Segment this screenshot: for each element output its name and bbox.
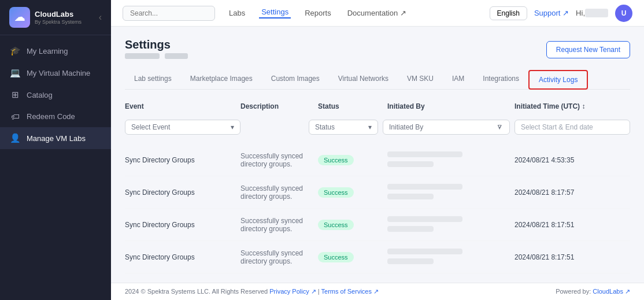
cell-status: Success bbox=[318, 187, 387, 198]
language-button[interactable]: English bbox=[490, 6, 527, 20]
blurred-user-sub bbox=[387, 226, 434, 232]
blurred-user-sub bbox=[387, 258, 434, 264]
topnav: Labs Settings Reports Documentation ↗ En… bbox=[111, 0, 644, 27]
terms-of-service-link[interactable]: Terms of Services ↗ bbox=[321, 288, 379, 295]
col-initiated-time: Initiated Time (UTC) ↕ bbox=[515, 102, 630, 110]
main-area: Labs Settings Reports Documentation ↗ En… bbox=[111, 0, 644, 300]
sidebar-logo: ☁ CloudLabs By Spektra Systems ‹ bbox=[0, 0, 111, 35]
sidebar-item-my-virtual-machine[interactable]: 💻 My Virtual Machine bbox=[0, 62, 111, 84]
table-header: Event Description Status Initiated By In… bbox=[125, 99, 630, 114]
blurred-user-info bbox=[387, 151, 462, 157]
topnav-link-reports[interactable]: Reports bbox=[302, 9, 334, 17]
sidebar-item-label: My Virtual Machine bbox=[27, 69, 90, 77]
sidebar-item-catalog[interactable]: ⊞ Catalog bbox=[0, 84, 111, 106]
footer: 2024 © Spektra Systems LLC. All Rights R… bbox=[111, 283, 644, 300]
content-area: Settings Request New Tenant Lab settings… bbox=[111, 27, 644, 283]
initiated-by-filter[interactable]: Initiated By ⛛ bbox=[383, 120, 510, 135]
topnav-user-greeting: Hi, bbox=[576, 9, 608, 17]
tab-activity-logs[interactable]: Activity Logs bbox=[528, 70, 588, 90]
event-filter-label: Select Event bbox=[131, 123, 170, 131]
status-badge: Success bbox=[318, 187, 354, 198]
cloudlabs-brand-link[interactable]: CloudLabs ↗ bbox=[593, 288, 630, 295]
cell-event: Sync Directory Groups bbox=[125, 253, 240, 261]
tab-virtual-networks[interactable]: Virtual Networks bbox=[329, 70, 398, 90]
sidebar-item-label: My Learning bbox=[27, 47, 68, 55]
sidebar-item-manage-vm-labs[interactable]: 👤 Manage VM Labs bbox=[0, 127, 111, 149]
sidebar-collapse-icon[interactable]: ‹ bbox=[99, 12, 102, 23]
cell-status: Success bbox=[318, 220, 387, 230]
request-new-tenant-button[interactable]: Request New Tenant bbox=[546, 41, 630, 58]
tab-vm-sku[interactable]: VM SKU bbox=[398, 70, 443, 90]
topnav-link-documentation[interactable]: Documentation ↗ bbox=[345, 9, 409, 17]
initiated-by-input-label: Initiated By bbox=[389, 123, 423, 131]
tab-iam[interactable]: IAM bbox=[443, 70, 473, 90]
tab-lab-settings[interactable]: Lab settings bbox=[125, 70, 181, 90]
manage-vm-labs-icon: 👤 bbox=[9, 133, 21, 143]
tab-marketplace-images[interactable]: Marketplace Images bbox=[181, 70, 262, 90]
event-filter-select[interactable]: Select Event ▾ bbox=[125, 120, 240, 135]
sidebar-item-label: Manage VM Labs bbox=[27, 134, 86, 143]
cell-description: Successfully synced directory groups. bbox=[240, 184, 318, 201]
col-event: Event bbox=[125, 102, 240, 110]
virtual-machine-icon: 💻 bbox=[9, 68, 21, 78]
cell-time: 2024/08/21 4:53:35 bbox=[515, 156, 630, 164]
col-initiated-by: Initiated By bbox=[387, 102, 515, 110]
topnav-links: Labs Settings Reports Documentation ↗ bbox=[227, 8, 478, 18]
logo-name: CloudLabs bbox=[35, 10, 82, 19]
blurred-user-info bbox=[387, 249, 462, 254]
logo-text-block: CloudLabs By Spektra Systems bbox=[35, 10, 82, 25]
col-description: Description bbox=[240, 102, 318, 110]
redeem-icon: 🏷 bbox=[9, 112, 21, 121]
cloudlabs-logo-icon: ☁ bbox=[9, 7, 30, 28]
filter-row: Select Event ▾ Status ▾ Initiated By ⛛ S… bbox=[125, 117, 630, 137]
cell-initiated-by bbox=[387, 216, 515, 234]
catalog-icon: ⊞ bbox=[9, 90, 21, 100]
sidebar: ☁ CloudLabs By Spektra Systems ‹ 🎓 My Le… bbox=[0, 0, 111, 300]
tab-custom-images[interactable]: Custom Images bbox=[262, 70, 329, 90]
footer-right: Powered by: CloudLabs ↗ bbox=[556, 288, 630, 295]
cell-description: Successfully synced directory groups. bbox=[240, 217, 318, 233]
my-learning-icon: 🎓 bbox=[9, 46, 21, 56]
cell-initiated-by bbox=[387, 151, 515, 169]
cell-event: Sync Directory Groups bbox=[125, 221, 240, 229]
sidebar-item-my-learning[interactable]: 🎓 My Learning bbox=[0, 40, 111, 62]
cell-status: Success bbox=[318, 155, 387, 165]
privacy-policy-link[interactable]: Privacy Policy ↗ bbox=[269, 288, 316, 295]
description-filter-empty bbox=[245, 120, 304, 135]
chevron-down-icon-status: ▾ bbox=[368, 123, 372, 131]
table-row: Sync Directory Groups Successfully synce… bbox=[125, 241, 630, 273]
cell-time: 2024/08/21 8:17:51 bbox=[515, 253, 630, 261]
topnav-link-settings[interactable]: Settings bbox=[259, 8, 291, 18]
table-row: Sync Directory Groups Successfully synce… bbox=[125, 144, 630, 176]
sidebar-item-label: Catalog bbox=[27, 91, 53, 99]
footer-separator: | bbox=[318, 288, 320, 295]
search-input[interactable] bbox=[123, 6, 215, 21]
footer-copyright: 2024 © Spektra Systems LLC. All Rights R… bbox=[125, 288, 268, 295]
support-link[interactable]: Support ↗ bbox=[534, 9, 569, 17]
cell-initiated-by bbox=[387, 183, 515, 201]
cell-event: Sync Directory Groups bbox=[125, 156, 240, 164]
settings-header: Settings Request New Tenant bbox=[125, 38, 630, 61]
status-filter-label: Status bbox=[315, 123, 335, 131]
cell-description: Successfully synced directory groups. bbox=[240, 152, 318, 168]
chevron-down-icon: ▾ bbox=[231, 123, 234, 131]
status-badge: Success bbox=[318, 155, 354, 165]
col-status: Status bbox=[318, 102, 387, 110]
cell-initiated-by bbox=[387, 248, 515, 266]
sidebar-item-redeem-code[interactable]: 🏷 Redeem Code bbox=[0, 106, 111, 127]
settings-tabs: Lab settings Marketplace Images Custom I… bbox=[125, 70, 630, 90]
cell-description: Successfully synced directory groups. bbox=[240, 249, 318, 265]
cell-time: 2024/08/21 8:17:57 bbox=[515, 188, 630, 197]
date-range-filter[interactable]: Select Start & End date bbox=[515, 120, 630, 135]
cell-time: 2024/08/21 8:17:51 bbox=[515, 221, 630, 229]
sidebar-nav: 🎓 My Learning 💻 My Virtual Machine ⊞ Cat… bbox=[0, 35, 111, 300]
sidebar-item-label: Redeem Code bbox=[27, 112, 75, 121]
blurred-user-sub bbox=[387, 194, 434, 199]
topnav-link-labs[interactable]: Labs bbox=[227, 9, 247, 17]
powered-by-label: Powered by: bbox=[556, 288, 593, 295]
status-filter-select[interactable]: Status ▾ bbox=[309, 120, 378, 135]
footer-left: 2024 © Spektra Systems LLC. All Rights R… bbox=[125, 288, 379, 295]
tab-integrations[interactable]: Integrations bbox=[473, 70, 528, 90]
user-avatar[interactable]: U bbox=[615, 5, 632, 22]
filter-icon: ⛛ bbox=[497, 123, 504, 131]
